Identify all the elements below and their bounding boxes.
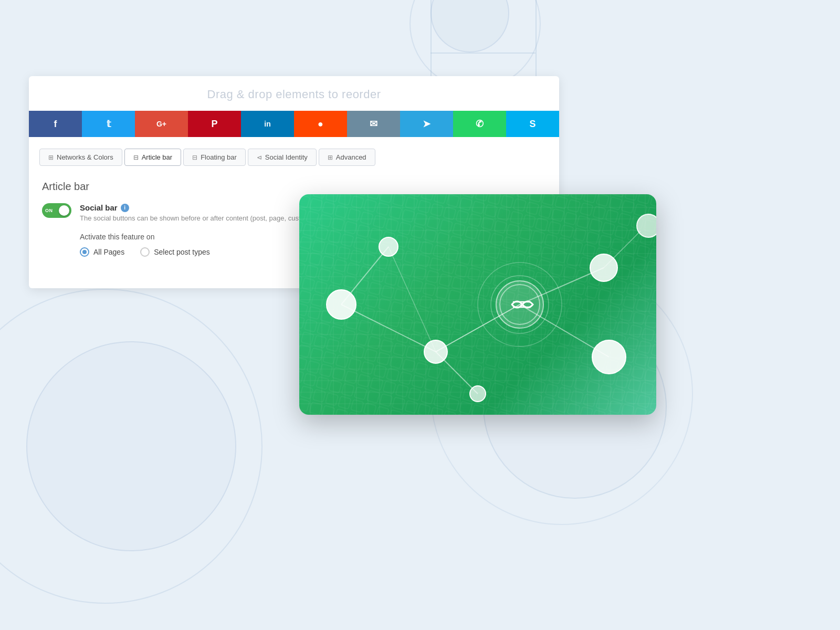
radio-all-pages[interactable]: All Pages (80, 247, 124, 257)
linkedin-icon: in (264, 120, 270, 128)
social-btn-linkedin[interactable]: in (241, 111, 294, 137)
svg-point-21 (470, 386, 486, 402)
svg-point-20 (379, 237, 398, 256)
radio-select-post-types-label: Select post types (154, 248, 210, 256)
feature-description: The social buttons can be shown before o… (80, 214, 310, 222)
tab-social-identity-label: Social Identity (265, 153, 308, 161)
green-network-card (299, 194, 656, 415)
feature-name: Social bar i (80, 203, 310, 212)
social-btn-whatsapp[interactable]: ✆ (453, 111, 506, 137)
tab-social-identity[interactable]: ⊲ Social Identity (248, 149, 317, 166)
social-btn-pinterest[interactable]: P (188, 111, 241, 137)
social-btn-google[interactable]: G+ (135, 111, 188, 137)
google-icon: G+ (156, 120, 166, 128)
social-btn-telegram[interactable]: ➤ (400, 111, 453, 137)
tab-article-bar-label: Article bar (142, 153, 173, 161)
tab-advanced[interactable]: ⊞ Advanced (319, 149, 375, 166)
email-icon: ✉ (370, 118, 377, 130)
social-btn-facebook[interactable]: f (29, 111, 82, 137)
social-btn-email[interactable]: ✉ (347, 111, 400, 137)
tab-advanced-label: Advanced (336, 153, 366, 161)
whatsapp-icon: ✆ (476, 118, 484, 130)
social-btn-skype[interactable]: S (506, 111, 559, 137)
facebook-icon: f (54, 119, 57, 130)
radio-outer-select-post-types (140, 247, 150, 257)
toggle-container: ON (42, 203, 71, 218)
tab-networks-colors-label: Networks & Colors (57, 153, 113, 161)
social-btn-reddit[interactable]: ● (294, 111, 347, 137)
social-bar-row: f 𝕥 G+ P in ● ✉ ➤ ✆ S (29, 111, 559, 137)
feature-info: Social bar i The social buttons can be s… (80, 203, 310, 222)
drag-drop-header: Drag & drop elements to reorder (29, 76, 559, 111)
radio-inner-all-pages (82, 250, 87, 254)
social-identity-tab-icon: ⊲ (257, 154, 262, 161)
twitter-icon: 𝕥 (107, 118, 111, 130)
bg-decoration-circle-2 (26, 341, 236, 551)
bg-decoration-line-h1 (430, 52, 536, 54)
skype-icon: S (529, 119, 536, 130)
floating-bar-tab-icon: ⊟ (192, 154, 197, 161)
tab-networks-colors[interactable]: ⊞ Networks & Colors (39, 149, 122, 166)
tab-floating-bar-label: Floating bar (201, 153, 237, 161)
toggle-knob (59, 205, 69, 216)
advanced-tab-icon: ⊞ (328, 154, 333, 161)
radio-all-pages-label: All Pages (93, 248, 124, 256)
svg-point-17 (424, 340, 447, 363)
network-visualization (299, 194, 656, 415)
pinterest-icon: P (211, 119, 217, 130)
radio-select-post-types[interactable]: Select post types (140, 247, 210, 257)
tab-article-bar[interactable]: ⊟ Article bar (124, 149, 182, 166)
reddit-icon: ● (318, 119, 323, 130)
tab-floating-bar[interactable]: ⊟ Floating bar (183, 149, 246, 166)
social-btn-twitter[interactable]: 𝕥 (82, 111, 135, 137)
svg-point-16 (327, 290, 356, 319)
svg-point-12 (496, 281, 543, 328)
svg-point-22 (637, 214, 656, 237)
radio-outer-all-pages (80, 247, 89, 257)
svg-point-19 (592, 340, 626, 374)
article-bar-tab-icon: ⊟ (133, 154, 139, 161)
social-bar-toggle[interactable]: ON (42, 203, 71, 218)
tabs-row: ⊞ Networks & Colors ⊟ Article bar ⊟ Floa… (29, 137, 559, 166)
toggle-on-label: ON (45, 208, 53, 213)
info-icon[interactable]: i (121, 204, 129, 212)
telegram-icon: ➤ (423, 118, 430, 130)
networks-colors-tab-icon: ⊞ (48, 154, 54, 161)
